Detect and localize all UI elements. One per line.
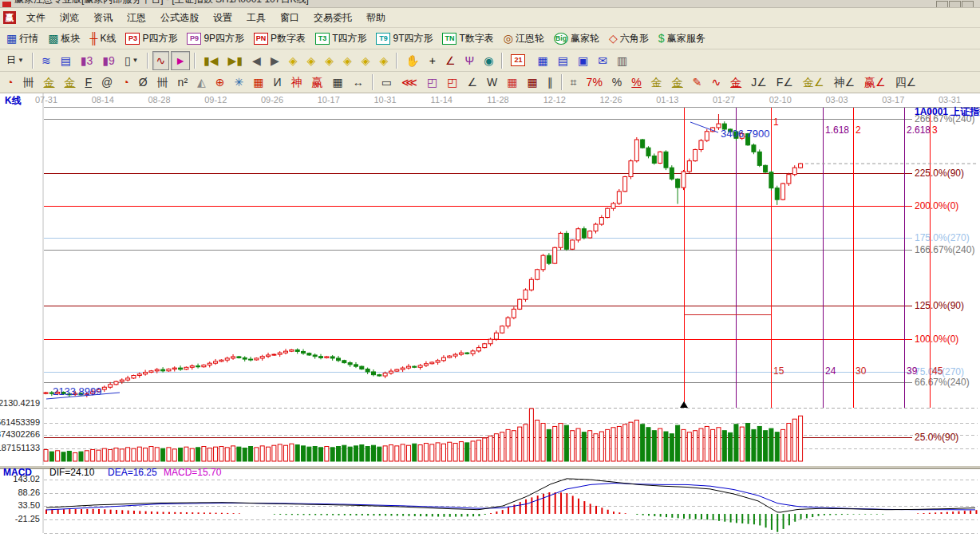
kline-9-icon[interactable]: ▮9 [98,51,119,70]
pie-tool-icon[interactable]: ◔ [2,73,17,92]
expand-right-icon[interactable]: ◈ [302,51,319,70]
fan-lines-icon[interactable]: ⋘ [397,73,421,92]
n2-icon[interactable]: n² [174,73,192,92]
crosshair-icon[interactable]: + [425,51,440,70]
zoom-out-icon[interactable]: ◈ [358,51,374,70]
menu-item-8[interactable]: 交易委托 [306,9,359,27]
period-day-button[interactable]: 日▼ [2,51,28,70]
gold-lines-icon[interactable]: 金 [668,73,687,92]
wave-gold-icon[interactable]: ∿ [707,73,725,92]
box-tool-icon[interactable]: ▭ [377,73,396,92]
p9-square-button[interactable]: P99P四方形 [183,29,248,48]
fan-box-purple-icon[interactable]: ◰ [423,73,441,92]
gold-grid2-icon[interactable]: 金 [60,73,79,92]
shen-grid-icon[interactable]: 神 [287,73,306,92]
sectors-button[interactable]: ▩板块 [44,29,84,48]
percent7-icon[interactable]: 7% [583,73,607,92]
vee-lines-icon[interactable]: W [483,73,501,92]
menu-item-5[interactable]: 设置 [206,9,239,27]
email-icon[interactable]: ✉ [594,51,611,70]
t9-square-button[interactable]: T99T四方形 [372,29,437,48]
scale-bars-icon[interactable]: ⌗ [567,73,581,92]
left-axis: 2130.4219561453399374302266187151133 [0,398,40,452]
p-square-button[interactable]: P3P四方形 [121,29,181,48]
span-arrow-icon[interactable]: ↔ [349,73,368,92]
menu-item-7[interactable]: 窗口 [273,9,306,27]
gauge-circle-icon[interactable]: Ø [135,73,152,92]
expand-left-icon[interactable]: ◈ [285,51,302,70]
info-panel-icon[interactable]: ▤ [57,51,75,70]
percent-lines-icon[interactable]: % [627,73,645,92]
printer-icon[interactable]: ▥ [613,51,631,70]
p-table-button[interactable]: PNP数字表 [250,29,310,48]
f-grid-icon[interactable]: F [81,73,96,92]
star-circle-icon[interactable]: ✳ [231,73,248,92]
quotes-button[interactable]: ▦行情 [2,29,42,48]
angle-lines-icon[interactable]: ∠ [463,73,481,92]
ying-grid-icon[interactable]: 赢 [308,73,327,92]
menu-item-6[interactable]: 工具 [239,9,273,27]
fan-box-red-icon[interactable]: ◰ [443,73,461,92]
notepad-icon[interactable]: ▤ [554,51,572,70]
target-cross-icon[interactable]: ⊕ [211,73,229,92]
menu-item-2[interactable]: 资讯 [86,9,120,27]
menu-item-3[interactable]: 江恩 [120,9,153,27]
parallel-lines-icon[interactable]: ∥ [543,73,557,92]
shen-angle-icon[interactable]: 神∠ [829,73,859,92]
gold-grid-icon[interactable]: 金 [39,73,58,92]
trend-overlay-icon[interactable]: ≋ [38,51,55,70]
analysis-icon[interactable]: ◉ [480,51,497,70]
hexagon-button[interactable]: ◇六角形 [605,29,653,48]
minimize-button[interactable] [936,1,948,8]
compress-h-icon[interactable]: ◈ [321,51,338,70]
ruler123-icon[interactable]: ▦ [329,73,347,92]
gold-angle-icon[interactable]: 金∠ [799,73,828,92]
last-bar-icon[interactable]: ▶▮ [224,51,247,70]
profile-icon[interactable]: ► [171,51,190,70]
menu-item-1[interactable]: 浏览 [53,9,86,27]
spiral-icon[interactable]: @ [97,73,117,92]
brush-tool-icon[interactable]: ◔ [118,73,132,92]
j-angle-icon[interactable]: J∠ [747,73,771,92]
prev-bar-icon[interactable]: ◀ [248,51,265,70]
calculator-icon[interactable]: ▦ [533,51,551,70]
save-icon[interactable]: ▣ [574,51,592,70]
menu-item-0[interactable]: 文件 [19,9,53,27]
mirror-icon[interactable]: ◭ [193,73,210,92]
calendar-icon[interactable]: 21 [507,51,531,70]
first-bar-icon[interactable]: ▮◀ [200,51,222,70]
net-box-icon[interactable]: ▦ [249,73,267,92]
grid-dark-icon[interactable]: ▦ [523,73,541,92]
density-ticks-icon[interactable]: 卌 [153,73,172,92]
gold-underline-icon[interactable]: 金 [726,73,745,92]
t-table-button[interactable]: TNT数字表 [438,29,497,48]
candle-style-button[interactable]: ▯▼ [121,51,143,70]
k-quote-icon[interactable]: И [270,73,286,92]
winner-service-button[interactable]: $赢家服务 [654,29,709,48]
f-angle-icon[interactable]: F∠ [773,73,797,92]
kline-3-icon[interactable]: ▮3 [77,51,97,70]
ying-angle-icon[interactable]: 赢∠ [860,73,890,92]
t-square-button[interactable]: T3T四方形 [311,29,370,48]
tick-grid-icon[interactable]: 卌 [18,73,38,92]
gold-circle-icon[interactable]: 金 [647,73,666,92]
menu-item-9[interactable]: 帮助 [359,9,393,27]
hand-tool-icon[interactable]: ✋ [401,51,423,70]
next-bar-icon[interactable]: ▶ [267,51,283,70]
si-angle-icon[interactable]: 四∠ [891,73,921,92]
percent-icon[interactable]: % [608,73,626,92]
maximize-button[interactable] [949,1,961,8]
close-button[interactable] [962,1,974,8]
grid-red-icon[interactable]: ▦ [503,73,521,92]
gann-line-icon[interactable]: ∿ [152,51,170,70]
kline-button[interactable]: ╫K线 [85,29,120,48]
menu-item-4[interactable]: 公式选股 [153,9,206,27]
gann-wheel-button[interactable]: ◎江恩轮 [500,29,548,48]
pencil-bars-icon[interactable]: ✎ [689,73,706,92]
gann-costume-icon[interactable]: Ψ [461,51,479,70]
compress-v-icon[interactable]: ◈ [339,51,356,70]
winner-wheel-button[interactable]: Big赢家轮 [550,29,603,48]
zoom-all-icon[interactable]: ◈ [376,51,393,70]
j-angle-icon-glyph: J∠ [751,76,767,89]
angle-tool-icon[interactable]: ∠ [441,51,460,70]
